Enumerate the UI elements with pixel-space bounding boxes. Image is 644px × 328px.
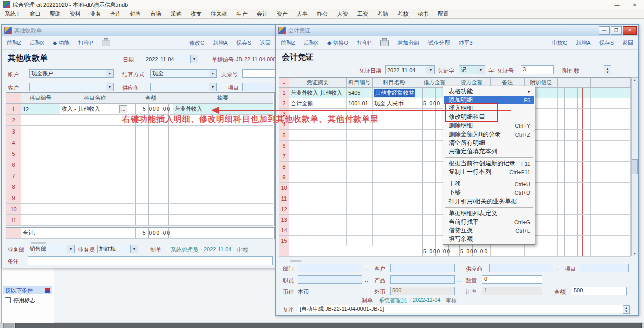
menu-item[interactable]: 采购	[166, 10, 186, 18]
project-lookup-button[interactable]: ..	[631, 265, 635, 271]
cell-subject-name[interactable]: 现金 人民币	[373, 98, 416, 109]
toolbar-button[interactable]: 新增A	[213, 39, 227, 47]
cell-subject-name[interactable]: 其他非经常收益	[373, 88, 416, 98]
project-input[interactable]	[242, 83, 276, 91]
chevron-down-icon[interactable]: ▼	[209, 70, 216, 77]
table-row[interactable]: 4	[6, 137, 274, 148]
cell-subject-name[interactable]	[373, 215, 416, 225]
toolbar-button[interactable]: 保存S	[599, 39, 614, 47]
cheque-input[interactable]	[242, 69, 276, 78]
cell-memo[interactable]	[173, 159, 273, 170]
context-menu-item[interactable]: 复制上一行本列Ctrl+F11	[444, 168, 534, 176]
toolbar-button[interactable]: 保存S	[236, 39, 251, 47]
mdi-horizontal-scrollbar[interactable]	[0, 322, 644, 328]
cell-foreign-amount[interactable]	[558, 193, 591, 204]
cell-summary[interactable]	[289, 183, 347, 193]
cell-amount[interactable]	[129, 137, 173, 148]
clerk-input[interactable]	[298, 275, 362, 284]
cell-subject-code[interactable]	[21, 148, 60, 159]
chevron-down-icon[interactable]: ▼	[106, 70, 113, 77]
cell-subject-code[interactable]	[21, 215, 60, 226]
cell-subject-code[interactable]	[21, 159, 60, 170]
cell-subject-code[interactable]: 1001.01	[347, 98, 373, 109]
receipt-title-bar[interactable]: 其他收款单	[2, 25, 276, 36]
menu-item[interactable]: 人事	[292, 10, 312, 18]
checkbox-icon[interactable]	[5, 297, 11, 303]
menu-item[interactable]: 配置	[433, 10, 453, 18]
menu-item[interactable]: 人资	[333, 10, 353, 18]
foreign-input[interactable]: 500	[390, 287, 455, 295]
cell-foreign-amount[interactable]	[558, 172, 591, 183]
account-combo[interactable]: 现金账户▼	[29, 69, 114, 78]
splitter-handle[interactable]	[290, 260, 302, 262]
context-menu-item[interactable]: 删除金额为0的分录Ctrl+Z	[444, 130, 534, 139]
toolbar-button[interactable]: 增加分组	[397, 39, 420, 47]
cell-subject-name[interactable]	[60, 204, 129, 215]
printer-icon[interactable]	[102, 40, 110, 46]
customer-lookup-button[interactable]: ..	[457, 265, 461, 271]
cell-foreign-amount[interactable]	[558, 215, 591, 225]
table-row[interactable]: 6	[6, 159, 274, 170]
menu-item[interactable]: 会计	[252, 10, 272, 18]
table-row[interactable]: 112收入 - 其他收入…5 000 00营业外收入	[6, 104, 274, 115]
cell-foreign-amount[interactable]	[558, 98, 591, 109]
toolbar-button[interactable]: 返回	[260, 39, 271, 47]
cell-foreign-amount[interactable]	[558, 236, 591, 246]
menu-item[interactable]: 市场	[146, 10, 166, 18]
cell-subject-code[interactable]: 12	[21, 104, 60, 115]
voucher-date-combo[interactable]: 2022-11-04▼	[385, 65, 435, 74]
printer-icon[interactable]	[380, 40, 389, 46]
cell-subject-name[interactable]	[373, 141, 416, 151]
cell-subject-code[interactable]	[347, 215, 373, 225]
customer-combo[interactable]: ▼	[29, 83, 114, 91]
cell-memo[interactable]	[173, 192, 273, 204]
cell-foreign-amount[interactable]	[558, 151, 591, 162]
menu-item[interactable]: 业务	[86, 10, 106, 18]
cell-summary[interactable]	[289, 225, 347, 236]
app-close-button[interactable]: ✕	[633, 2, 637, 8]
table-row[interactable]: 11	[6, 215, 274, 226]
cell-subject-code[interactable]	[347, 141, 373, 151]
cell-foreign-amount[interactable]	[558, 204, 591, 215]
toolbar-button[interactable]: 打印P	[78, 39, 93, 47]
context-menu-item[interactable]: 用指定值填充本列	[444, 147, 534, 156]
product-input[interactable]	[390, 275, 455, 284]
clerk-lookup-button[interactable]: ..	[365, 277, 369, 283]
splitter-handle[interactable]	[31, 242, 46, 244]
toolbar-button[interactable]: ◆ 功能	[53, 39, 70, 47]
toolbar-button[interactable]: 冲平3	[459, 39, 473, 47]
cell-subject-name[interactable]	[60, 148, 129, 159]
cell-subject-code[interactable]	[347, 193, 373, 204]
qty-input[interactable]: 0	[482, 275, 542, 284]
date-combo[interactable]: 2022-11-04▼	[144, 55, 198, 63]
toolbar-button[interactable]: 新增A	[576, 39, 590, 47]
context-menu-item[interactable]: 上移Ctrl+U	[444, 180, 534, 188]
chevron-down-icon[interactable]: ▼	[427, 66, 434, 74]
selected-subject-chip[interactable]: 其他非经常收益	[374, 89, 415, 97]
context-menu-item[interactable]: 打开引用/相关的业务单据	[444, 197, 534, 206]
cell-amount[interactable]	[129, 148, 173, 159]
cell-foreign-amount[interactable]	[558, 162, 591, 172]
context-menu-item[interactable]: 删除明细Ctrl+Y	[444, 121, 534, 130]
cell-foreign-amount[interactable]	[558, 130, 591, 141]
cell-subject-name[interactable]	[373, 130, 416, 141]
cell-subject-code[interactable]	[21, 115, 60, 126]
menu-item[interactable]: 往来款	[206, 10, 232, 18]
cell-summary[interactable]	[289, 151, 347, 162]
chevron-down-icon[interactable]: ▼	[209, 83, 216, 91]
toolbar-button[interactable]: ◆ 切换O	[327, 39, 348, 47]
context-menu-item[interactable]: 清空所有明细	[444, 139, 534, 147]
clerk-lookup-button[interactable]: ..	[141, 246, 145, 252]
cell-subject-code[interactable]	[347, 172, 373, 183]
cell-subject-code[interactable]	[347, 183, 373, 193]
product-lookup-button[interactable]: ..	[457, 277, 461, 283]
cell-subject-code[interactable]	[347, 151, 373, 162]
cell-summary[interactable]	[289, 130, 347, 141]
cell-summary[interactable]: 合计金额	[289, 98, 347, 109]
menu-item[interactable]: 窗口	[25, 10, 45, 18]
cell-subject-code[interactable]: 5405	[347, 88, 373, 98]
panel-selected-item[interactable]: 按以下条件	[3, 286, 52, 294]
cell-memo[interactable]	[173, 170, 273, 181]
scroll-down-icon[interactable]: ▼	[633, 252, 637, 255]
cell-foreign-amount[interactable]	[558, 141, 591, 151]
